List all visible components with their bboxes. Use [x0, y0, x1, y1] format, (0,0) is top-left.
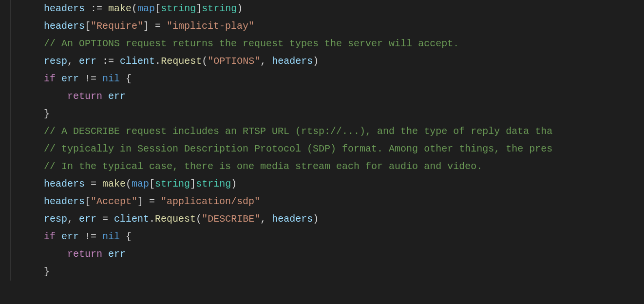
- token-str: "OPTIONS": [208, 56, 260, 67]
- token-var: client: [114, 213, 149, 225]
- token-type: string: [155, 178, 190, 190]
- token-punc: ]: [190, 178, 196, 190]
- code-line[interactable]: headers := make(map[string]string): [10, 0, 644, 18]
- token-punc: ): [313, 56, 319, 67]
- token-punc: ,: [260, 56, 272, 67]
- token-type: string: [202, 3, 237, 14]
- token-punc: }: [44, 108, 50, 119]
- token-ctrl: return: [67, 248, 102, 260]
- code-line[interactable]: headers["Accept"] = "application/sdp": [10, 193, 644, 210]
- token-func: make: [102, 178, 126, 190]
- token-punc: ,: [67, 213, 79, 225]
- token-punc: {: [120, 73, 132, 84]
- token-comment: // In the typical case, there is one med…: [44, 161, 482, 172]
- token-punc: !=: [79, 73, 102, 84]
- token-var: client: [120, 56, 155, 67]
- token-punc: =: [143, 196, 161, 207]
- token-ctrl: if: [44, 73, 56, 84]
- token-punc: [102, 91, 108, 102]
- code-line[interactable]: return err: [10, 88, 644, 105]
- token-punc: [102, 3, 108, 14]
- code-editor[interactable]: headers := make(map[string]string)header…: [0, 0, 644, 281]
- token-punc: ,: [260, 213, 272, 225]
- token-punc: }: [44, 266, 50, 277]
- token-punc: [: [149, 178, 155, 190]
- code-line[interactable]: }: [10, 105, 644, 123]
- token-key: nil: [102, 231, 120, 242]
- token-func: Request: [155, 213, 196, 225]
- token-var: resp: [44, 56, 67, 67]
- token-key: map: [132, 178, 149, 190]
- token-punc: =: [85, 178, 102, 190]
- token-punc: [: [155, 3, 161, 14]
- token-punc: [56, 73, 61, 84]
- token-punc: ]: [196, 3, 202, 14]
- token-var: headers: [44, 196, 85, 207]
- token-var: headers: [44, 20, 85, 32]
- token-punc: ]: [137, 196, 143, 207]
- token-var: err: [79, 213, 96, 225]
- token-var: headers: [44, 178, 85, 190]
- token-key: nil: [102, 73, 120, 84]
- token-var: err: [79, 56, 96, 67]
- token-func: Request: [161, 56, 202, 67]
- token-var: headers: [272, 56, 313, 67]
- token-punc: :=: [102, 56, 114, 67]
- token-punc: (: [132, 3, 137, 14]
- token-var: headers: [272, 213, 313, 225]
- token-var: headers: [44, 3, 85, 14]
- code-line[interactable]: // An OPTIONS request returns the reques…: [10, 35, 644, 53]
- token-punc: [96, 56, 102, 67]
- token-str: "implicit-play": [167, 20, 254, 32]
- token-punc: !=: [79, 231, 102, 242]
- token-key: map: [137, 3, 155, 14]
- token-punc: .: [149, 213, 155, 225]
- token-punc: [85, 3, 91, 14]
- token-punc: [: [85, 196, 91, 207]
- code-line[interactable]: resp, err = client.Request("DESCRIBE", h…: [10, 210, 644, 228]
- code-line[interactable]: resp, err := client.Request("OPTIONS", h…: [10, 53, 644, 70]
- code-line[interactable]: // In the typical case, there is one med…: [10, 158, 644, 175]
- token-punc: ): [313, 213, 319, 225]
- code-line[interactable]: }: [10, 263, 644, 281]
- token-punc: =: [96, 213, 114, 225]
- token-type: string: [196, 178, 231, 190]
- token-punc: ): [231, 178, 237, 190]
- code-line[interactable]: headers = make(map[string]string): [10, 175, 644, 193]
- token-punc: (: [202, 56, 208, 67]
- code-line[interactable]: if err != nil {: [10, 70, 644, 88]
- token-punc: (: [196, 213, 202, 225]
- token-comment: // typically in Session Description Prot…: [44, 143, 552, 154]
- token-var: resp: [44, 213, 67, 225]
- token-var: err: [61, 73, 79, 84]
- token-var: err: [61, 231, 79, 242]
- token-punc: [: [85, 20, 91, 32]
- token-var: err: [108, 248, 126, 260]
- token-punc: [114, 56, 120, 67]
- token-punc: ,: [67, 56, 79, 67]
- token-punc: [102, 248, 108, 260]
- token-punc: (: [126, 178, 132, 190]
- token-punc: =: [149, 20, 167, 32]
- token-punc: ): [237, 3, 243, 14]
- token-var: err: [108, 91, 126, 102]
- token-punc: {: [120, 231, 132, 242]
- token-type: string: [161, 3, 196, 14]
- code-line[interactable]: if err != nil {: [10, 228, 644, 246]
- code-line[interactable]: headers["Require"] = "implicit-play": [10, 18, 644, 35]
- token-punc: .: [155, 56, 161, 67]
- token-punc: ]: [143, 20, 149, 32]
- code-line[interactable]: // A DESCRIBE request includes an RTSP U…: [10, 123, 644, 140]
- token-ctrl: return: [67, 91, 102, 102]
- token-punc: :=: [91, 3, 102, 14]
- token-comment: // A DESCRIBE request includes an RTSP U…: [44, 126, 552, 137]
- token-ctrl: if: [44, 231, 56, 242]
- token-str: "DESCRIBE": [202, 213, 260, 225]
- token-punc: [56, 231, 61, 242]
- token-str: "Accept": [91, 196, 137, 207]
- code-line[interactable]: // typically in Session Description Prot…: [10, 140, 644, 158]
- token-func: make: [108, 3, 132, 14]
- token-comment: // An OPTIONS request returns the reques…: [44, 38, 459, 49]
- code-line[interactable]: return err: [10, 246, 644, 263]
- token-str: "application/sdp": [161, 196, 260, 207]
